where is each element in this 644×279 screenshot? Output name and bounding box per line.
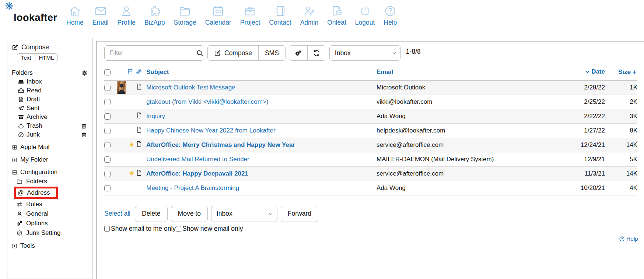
- sidebar-tree-configuration[interactable]: Configuration: [12, 168, 89, 177]
- sidebar-compose[interactable]: Compose: [12, 43, 89, 52]
- sidebar-folder-junk[interactable]: Junk: [12, 130, 89, 139]
- row-checkbox[interactable]: [104, 99, 111, 105]
- email-header[interactable]: Email: [377, 64, 531, 80]
- sidebar-config-general[interactable]: General: [16, 209, 89, 219]
- nav-item-onleaf[interactable]: Onleaf: [323, 4, 351, 27]
- nav-item-admin[interactable]: Admin: [296, 4, 323, 27]
- row-checkbox[interactable]: [104, 113, 111, 120]
- inbox-icon: [18, 78, 24, 85]
- sidebar-tree-apple-mail[interactable]: Apple Mail: [12, 143, 89, 152]
- row-checkbox[interactable]: [104, 142, 111, 148]
- empty-junk-trash-icon[interactable]: [81, 132, 87, 138]
- nav-item-logout[interactable]: Logout: [351, 4, 379, 27]
- message-sender: helpdesk@lookafter.com: [377, 123, 531, 138]
- compose-icon: [214, 50, 221, 57]
- sidebar-folder-read[interactable]: Read: [12, 86, 89, 95]
- filter-input[interactable]: [105, 46, 196, 60]
- mailbox-select[interactable]: Inbox: [329, 45, 401, 61]
- paper-plane-icon: [18, 105, 24, 112]
- nav-label: Help: [384, 19, 397, 27]
- row-checkbox[interactable]: [104, 171, 111, 177]
- refresh-button[interactable]: [308, 46, 326, 60]
- message-subject-link[interactable]: gtakeout (from Vikki <vikki@lookafter.co…: [146, 98, 269, 105]
- message-subject-link[interactable]: Happy Chinese New Year 2022 from Lookaft…: [146, 127, 276, 134]
- sidebar-config-rules[interactable]: Rules: [16, 199, 89, 209]
- expand-icon[interactable]: [12, 243, 17, 249]
- folders-settings-gear-icon[interactable]: [81, 70, 88, 76]
- mode-button-text[interactable]: Text: [17, 54, 35, 62]
- message-subject-link[interactable]: AfterOffice: Merry Christmas and Happy N…: [146, 141, 295, 148]
- nav-item-profile[interactable]: Profile: [113, 4, 140, 27]
- sender-avatar: [117, 81, 126, 94]
- subject-header[interactable]: Subject: [146, 64, 377, 80]
- collapse-icon[interactable]: [12, 170, 17, 175]
- message-size: 14K: [605, 138, 637, 152]
- briefcase-icon: [244, 4, 257, 18]
- nav-item-home[interactable]: Home: [62, 4, 88, 27]
- message-range: 1-8/8: [406, 48, 421, 56]
- message-subject-link[interactable]: Undelivered Mail Returned to Sender: [146, 156, 249, 163]
- sms-button[interactable]: SMS: [259, 46, 285, 60]
- nav-item-email[interactable]: Email: [88, 4, 113, 27]
- delete-button[interactable]: Delete: [135, 206, 168, 222]
- nav-label: Project: [240, 19, 260, 27]
- forward-button[interactable]: Forward: [281, 206, 318, 222]
- expand-icon[interactable]: [12, 157, 17, 163]
- calendar-icon: [211, 4, 225, 18]
- nav-item-project[interactable]: Project: [236, 4, 265, 27]
- expand-icon[interactable]: [12, 145, 17, 150]
- starburst-icon: [5, 2, 13, 10]
- nav-label: Calendar: [205, 19, 231, 27]
- sidebar-config-junk-setting[interactable]: Junk Setting: [16, 228, 89, 238]
- sidebar-folder-archive[interactable]: Archive: [12, 113, 89, 121]
- star-icon[interactable]: ★: [129, 141, 135, 148]
- show-new-email-only-checkbox[interactable]: [176, 226, 181, 232]
- select-all-checkbox[interactable]: [104, 69, 111, 75]
- date-header[interactable]: Date: [531, 64, 605, 80]
- recycle-icon: [18, 123, 24, 129]
- table-header-row: Subject Email Date Size: [104, 64, 637, 80]
- nav-item-storage[interactable]: Storage: [169, 4, 201, 27]
- row-checkbox[interactable]: [104, 156, 111, 163]
- star-icon[interactable]: ★: [129, 169, 135, 177]
- sidebar-tree-tools[interactable]: Tools: [12, 241, 89, 250]
- nav-item-help[interactable]: Help: [379, 4, 401, 27]
- search-button[interactable]: [196, 46, 204, 60]
- row-checkbox[interactable]: [104, 85, 111, 91]
- empty-trash-trash-icon[interactable]: [81, 123, 87, 129]
- sidebar-config-options[interactable]: Options: [16, 219, 89, 228]
- move-target-select[interactable]: Inbox: [211, 206, 277, 222]
- move-to-button[interactable]: Move to: [171, 206, 208, 222]
- select-all-link[interactable]: Select all: [104, 210, 130, 218]
- nav-item-contact[interactable]: Contact: [265, 4, 295, 27]
- size-header[interactable]: Size: [605, 64, 637, 80]
- row-checkbox[interactable]: [104, 185, 111, 191]
- sidebar-config-folders[interactable]: Folders: [16, 177, 89, 186]
- message-subject-link[interactable]: AfterOffice: Happy Deepavali 2021: [146, 170, 248, 177]
- address-book-icon: [273, 4, 287, 18]
- show-email-to-me-only-checkbox[interactable]: [104, 226, 110, 232]
- help-link[interactable]: Help: [104, 236, 641, 242]
- message-size: 8K: [605, 123, 637, 138]
- sidebar-folder-trash[interactable]: Trash: [12, 121, 89, 130]
- sidebar-folder-sent[interactable]: Sent: [12, 104, 89, 113]
- show-email-to-me-only[interactable]: Show email to me only: [104, 225, 176, 233]
- compose-button[interactable]: Compose: [208, 46, 259, 60]
- nav-item-calendar[interactable]: Calendar: [201, 4, 236, 27]
- message-size: 5K: [605, 152, 637, 166]
- sidebar-folder-inbox[interactable]: Inbox: [12, 77, 89, 86]
- message-date: 2/28/22: [531, 80, 605, 95]
- sidebar-config-address[interactable]: @Address: [18, 189, 50, 197]
- message-subject-link[interactable]: Meeting - Project A Brainstorming: [146, 184, 239, 191]
- message-subject-link[interactable]: Inquiry: [146, 113, 165, 120]
- nav-item-bizapp[interactable]: BizApp: [140, 4, 169, 27]
- sidebar-folder-draft[interactable]: Draft: [12, 95, 89, 104]
- sidebar-tree-my-folder[interactable]: My Folder: [12, 155, 89, 164]
- message-row: Microsoft Outlook Test MessageMicrosoft …: [104, 80, 637, 95]
- list-settings-button[interactable]: [289, 46, 308, 60]
- message-date: 12/9/21: [531, 152, 605, 166]
- mode-button-html[interactable]: HTML: [35, 54, 58, 62]
- message-subject-link[interactable]: Microsoft Outlook Test Message: [146, 84, 235, 91]
- row-checkbox[interactable]: [104, 128, 111, 134]
- show-new-email-only[interactable]: Show new email only: [176, 225, 243, 233]
